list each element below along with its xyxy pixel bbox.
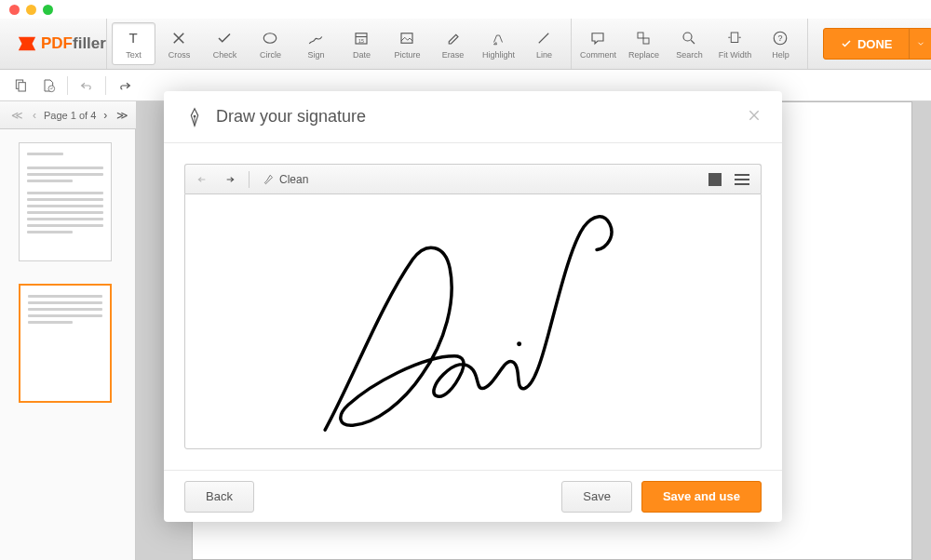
sign-icon [306,29,325,47]
signature-clean[interactable]: Clean [259,173,312,186]
tool-label: Text [126,50,142,60]
tool-sign[interactable]: Sign [294,22,338,65]
broom-icon [263,173,276,186]
fit-width-icon [725,29,744,47]
modal-header: Draw your signature [164,91,782,143]
tool-check[interactable]: Check [203,22,247,65]
svg-text:T: T [129,30,138,46]
signature-redo[interactable] [219,173,239,186]
comment-icon [588,29,607,47]
view-solid[interactable] [705,173,725,186]
text-icon: T [124,29,142,47]
date-icon: 15 [352,29,371,47]
svg-line-6 [539,33,549,43]
tool-label: Line [536,50,552,60]
signature-modal: Draw your signature Clean [164,91,782,522]
svg-rect-7 [638,33,643,38]
done-area: DONE [808,19,931,69]
erase-icon [443,29,462,47]
window-minimize-icon[interactable] [26,5,36,15]
tool-search[interactable]: Search [668,22,711,65]
highlight-icon [489,29,507,47]
signature-undo[interactable] [193,173,213,186]
tool-line[interactable]: Line [522,22,566,65]
svg-rect-11 [732,33,739,43]
copy-icon[interactable] [7,73,34,99]
done-button-main[interactable]: DONE [824,29,911,59]
modal-footer: Back Save Save and use [164,470,782,522]
tool-highlight[interactable]: Highlight [477,22,520,65]
tool-text[interactable]: T Text [112,22,155,65]
tool-label: Search [676,50,703,60]
tool-label: Highlight [482,50,515,60]
redo-icon [223,173,236,186]
tool-picture[interactable]: Picture [385,22,429,65]
tool-label: Sign [307,50,324,60]
undo-icon [196,173,209,186]
check-icon [215,29,234,47]
tool-circle[interactable]: Circle [249,22,292,65]
modal-body: Clean [164,143,782,470]
svg-point-9 [683,33,692,41]
pen-nib-icon [184,107,205,127]
circle-icon [261,29,279,47]
tool-label: Help [772,50,789,60]
svg-rect-8 [643,38,649,44]
svg-text:?: ? [778,33,783,43]
svg-point-1 [264,33,277,43]
done-dropdown-caret[interactable] [910,29,931,59]
close-icon [747,108,762,123]
window-maximize-icon[interactable] [43,5,53,15]
window-chrome [0,0,931,19]
signature-toolbar: Clean [184,164,762,193]
tool-help[interactable]: ? Help [759,22,803,65]
line-icon [534,29,553,47]
tool-label: Comment [580,50,616,60]
pagination-bar: ≪ ‹ Page 1 of 4 › ≫ [0,101,136,129]
svg-rect-15 [19,82,25,90]
done-label: DONE [857,37,893,51]
tool-comment[interactable]: Comment [576,22,620,65]
done-button[interactable]: DONE [823,28,931,60]
editing-tools-group: T Text Cross Check Circle Sign 15 Date P… [107,19,572,69]
clean-label: Clean [279,173,308,186]
page-next[interactable]: › [101,109,109,122]
page-first[interactable]: ≪ [9,109,25,122]
lines-view-icon [735,174,749,185]
tool-erase[interactable]: Erase [431,22,475,65]
divider [67,76,68,95]
utility-tools-group: Comment Replace Search Fit Width ? Help [572,19,808,69]
thumbnail-page-1[interactable] [19,142,112,261]
modal-title: Draw your signature [184,107,366,127]
page-last[interactable]: ≫ [115,109,130,122]
tool-label: Cross [169,50,191,60]
tool-label: Replace [628,50,659,60]
redo-icon[interactable] [112,73,138,99]
page-prev[interactable]: ‹ [31,109,38,122]
logo: PDFfiller [0,19,107,69]
signature-canvas[interactable] [184,193,762,449]
tool-label: Check [213,50,237,60]
tool-label: Circle [260,50,281,60]
thumbnail-page-2[interactable] [19,284,112,403]
tool-replace[interactable]: Replace [622,22,666,65]
tool-cross[interactable]: Cross [157,22,201,65]
save-and-use-button[interactable]: Save and use [641,481,762,513]
undo-icon[interactable] [74,73,100,99]
close-button[interactable] [747,106,762,127]
tool-date[interactable]: 15 Date [340,22,384,65]
replace-icon [634,29,653,47]
search-icon [680,29,698,47]
page-indicator: Page 1 of 4 [44,110,96,121]
picture-icon [398,29,416,47]
sidebar: ≪ ‹ Page 1 of 4 › ≫ [0,101,136,560]
chevron-down-icon [916,39,925,48]
divider [105,76,106,95]
view-lines[interactable] [731,174,753,185]
window-close-icon[interactable] [9,5,20,15]
back-button[interactable]: Back [184,481,254,513]
divider [249,171,250,188]
tool-fit-width[interactable]: Fit Width [713,22,757,65]
document-icon[interactable] [35,73,61,99]
save-button[interactable]: Save [561,481,632,513]
